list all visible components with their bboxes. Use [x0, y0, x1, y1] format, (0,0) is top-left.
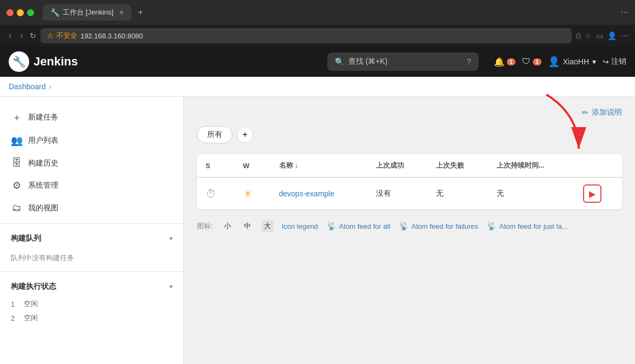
build-executor-section[interactable]: 构建执行状态 ▾ — [0, 276, 183, 297]
sidebar-item-system-mgmt[interactable]: ⚙ 系统管理 — [0, 174, 183, 197]
minimize-button[interactable] — [17, 9, 24, 16]
col-header-name: 名称 ↓ — [270, 154, 367, 177]
atom-feed-all-link[interactable]: 📡 Atom feed for all — [327, 222, 391, 230]
add-description-button[interactable]: ✏ 添加说明 — [582, 108, 622, 117]
sidebar-item-build-history[interactable]: 🗄 构建历史 — [0, 152, 183, 174]
user-icon: 👤 — [548, 56, 560, 68]
menu-button[interactable]: ⋯ — [621, 31, 629, 40]
shield-icon: 🛡 — [522, 57, 531, 67]
search-bar[interactable]: 🔍 查找 (⌘+K) ? — [327, 52, 479, 71]
plus-icon: ＋ — [11, 111, 23, 124]
notifications-button[interactable]: 🔔 1 — [494, 57, 515, 67]
search-input[interactable]: 查找 (⌘+K) — [348, 57, 462, 67]
job-link[interactable]: devops-example — [279, 189, 335, 198]
logout-icon: ↪ — [603, 57, 609, 66]
cell-last-failure: 无 — [427, 177, 488, 209]
shield-button[interactable]: 🛡 1 — [522, 57, 541, 67]
jenkins-app: 🔧 Jenkins 🔍 查找 (⌘+K) ? 🔔 1 🛡 1 👤 — [0, 47, 635, 364]
build-executor-title: 构建执行状态 — [11, 282, 56, 292]
legend-size-small[interactable]: 小 — [222, 220, 233, 232]
tabs-row: 所有 + — [197, 126, 622, 143]
tab-all[interactable]: 所有 — [197, 126, 233, 143]
logout-label: 注销 — [611, 57, 626, 67]
tab-close-icon[interactable]: ✕ — [119, 9, 124, 16]
executor-item-1: 1 空闲 — [0, 297, 183, 311]
jenkins-logo-icon: 🔧 — [9, 51, 29, 72]
user-menu-button[interactable]: 👤 XiaoHH ▾ — [548, 56, 596, 68]
jobs-table: S W 名称 ↓ 上次成功 上次失败 上次持续时间... — [197, 154, 622, 209]
atom-feed-failures-link[interactable]: 📡 Atom feed for failures — [399, 222, 479, 230]
bookmark-button[interactable]: ☆ — [585, 31, 592, 40]
insecure-label: 不安全 — [56, 31, 77, 41]
legend-size-large[interactable]: 大 — [262, 220, 273, 232]
legend-size-medium[interactable]: 中 — [242, 220, 253, 232]
atom-feed-failures-label: Atom feed for failures — [412, 222, 479, 230]
executor-status: 空闲 — [24, 299, 38, 309]
users-icon: 👥 — [11, 135, 23, 147]
top-nav: 🔧 Jenkins 🔍 查找 (⌘+K) ? 🔔 1 🛡 1 👤 — [0, 47, 635, 77]
maximize-button[interactable] — [27, 9, 34, 16]
nav-right: 🔔 1 🛡 1 👤 XiaoHH ▾ ↪ 注销 — [494, 56, 626, 68]
atom-feed-all-label: Atom feed for all — [339, 222, 391, 230]
sidebar: ＋ 新建任务 👥 用户列表 🗄 构建历史 ⚙ 系统管理 🗂 我的视图 — [0, 97, 184, 364]
executor-number: 1 — [11, 300, 19, 308]
url-actions: ⎙ ☆ ▭ 👤 ⋯ — [576, 31, 629, 40]
search-icon: 🔍 — [335, 57, 344, 66]
forward-button[interactable]: › — [18, 30, 25, 42]
shield-badge: 1 — [533, 58, 541, 65]
main-layout: ＋ 新建任务 👥 用户列表 🗄 构建历史 ⚙ 系统管理 🗂 我的视图 — [0, 97, 635, 364]
tab-bar: 🔧 工作台 [Jenkins] ✕ + ⋯ — [43, 4, 629, 21]
bell-icon: 🔔 — [494, 57, 505, 67]
cell-run-action: ▶ — [574, 177, 622, 209]
sidebar-item-label: 我的视图 — [28, 203, 58, 213]
new-tab-button[interactable]: + — [134, 5, 147, 19]
col-header-actions — [574, 154, 622, 177]
cell-name: devops-example — [270, 177, 367, 209]
executor-number-2: 2 — [11, 314, 19, 322]
browser-window: 🔧 工作台 [Jenkins] ✕ + ⋯ ‹ › ↻ ⚠ 不安全 192.16… — [0, 0, 635, 364]
legend-label: 图标: — [197, 221, 213, 231]
top-actions: ✏ 添加说明 — [197, 108, 622, 117]
rss-failures-icon: 📡 — [399, 222, 408, 230]
icon-legend-label: Icon legend — [282, 222, 318, 230]
build-queue-section[interactable]: 构建队列 ▾ — [0, 228, 183, 249]
close-button[interactable] — [6, 9, 14, 16]
sidebar-item-new-task[interactable]: ＋ 新建任务 — [0, 105, 183, 129]
run-build-button[interactable]: ▶ — [583, 184, 601, 203]
add-desc-label: 添加说明 — [592, 108, 622, 117]
profile-button[interactable]: 👤 — [607, 31, 617, 40]
notification-badge: 1 — [507, 58, 515, 65]
add-tab-button[interactable]: + — [237, 127, 253, 143]
sidebar-divider-2 — [0, 272, 183, 272]
chevron-down-icon-2: ▾ — [169, 283, 173, 290]
jenkins-logo[interactable]: 🔧 Jenkins — [9, 51, 78, 72]
cell-weather: ☀ — [234, 177, 270, 209]
url-text: 192.168.3.160:8080 — [81, 32, 143, 40]
rss-latest-icon: 📡 — [487, 222, 496, 230]
build-queue-title: 构建队列 — [11, 234, 41, 243]
tab-title: 工作台 [Jenkins] — [63, 8, 114, 17]
tab-favicon: 🔧 — [50, 8, 59, 17]
logout-button[interactable]: ↪ 注销 — [603, 57, 626, 67]
active-tab[interactable]: 🔧 工作台 [Jenkins] ✕ — [43, 4, 131, 21]
url-bar[interactable]: ⚠ 不安全 192.168.3.160:8080 — [41, 28, 572, 43]
history-icon: 🗄 — [11, 157, 23, 169]
rss-icon: 📡 — [327, 222, 336, 230]
icon-legend-link[interactable]: Icon legend — [282, 222, 318, 230]
breadcrumb: Dashboard › — [0, 77, 635, 97]
breadcrumb-dashboard[interactable]: Dashboard — [9, 82, 46, 91]
col-header-last-success: 上次成功 — [367, 154, 428, 177]
atom-feed-latest-label: Atom feed for just la... — [499, 222, 567, 230]
refresh-button[interactable]: ↻ — [30, 31, 36, 40]
chevron-down-icon: ▾ — [169, 235, 173, 242]
sidebar-item-my-view[interactable]: 🗂 我的视图 — [0, 197, 183, 219]
sidebar-item-user-list[interactable]: 👥 用户列表 — [0, 129, 183, 152]
col-header-w: W — [234, 154, 270, 177]
atom-feed-latest-link[interactable]: 📡 Atom feed for just la... — [487, 222, 567, 230]
gear-icon: ⚙ — [11, 180, 23, 191]
col-header-last-failure: 上次失败 — [427, 154, 488, 177]
sidebar-item-label: 新建任务 — [28, 112, 58, 122]
sidebar-toggle-button[interactable]: ▭ — [596, 31, 603, 40]
back-button[interactable]: ‹ — [6, 30, 14, 42]
share-button[interactable]: ⎙ — [576, 31, 580, 40]
